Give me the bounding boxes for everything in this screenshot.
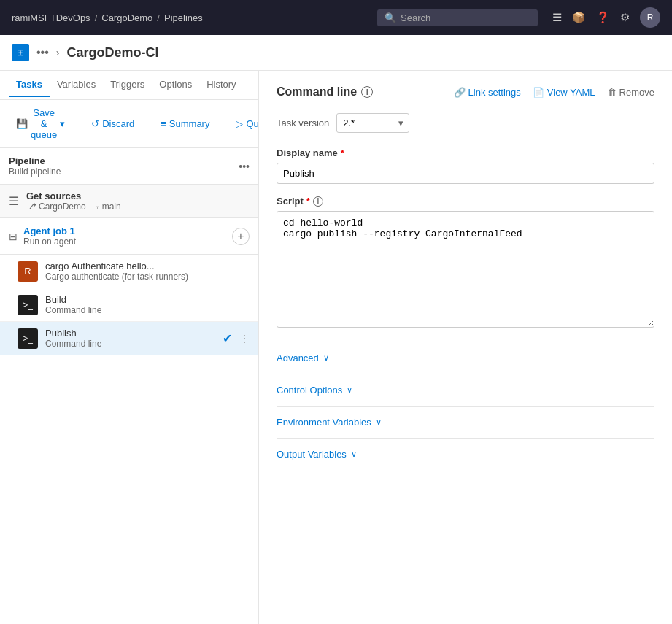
task-version-select-wrapper: 2.* 1.* ▾ — [336, 113, 409, 133]
script-label: Script * i — [277, 196, 654, 207]
branch-icon: ⑂ — [95, 201, 100, 212]
summary-icon: ≡ — [161, 118, 166, 129]
output-variables-header[interactable]: Output Variables ∨ — [277, 449, 654, 460]
breadcrumb: ramiMSFTDevOps / CargoDemo / Pipelines — [12, 12, 371, 23]
tab-bar: Tasks Variables Triggers Options History — [0, 71, 258, 100]
get-sources-row[interactable]: ☰ Get sources ⎇ CargoDemo ⑂ main — [0, 185, 258, 218]
publish-info: Publish Command line — [45, 328, 215, 349]
save-queue-chevron: ▾ — [60, 118, 65, 129]
breadcrumb-sep-1: / — [95, 12, 98, 23]
section-header-row: Command line i 🔗 Link settings 📄 View YA… — [277, 85, 654, 99]
output-variables-label: Output Variables — [277, 449, 347, 460]
agent-job-subtitle: Run on agent — [23, 236, 226, 247]
tab-options[interactable]: Options — [152, 73, 199, 97]
toolbar: 💾 Save & queue ▾ ↺ Discard ≡ Summary ▷ Q… — [0, 100, 258, 148]
remove-link[interactable]: 🗑 Remove — [607, 87, 654, 98]
remove-label: Remove — [619, 87, 654, 98]
pipeline-icon-symbol: ⊞ — [17, 47, 24, 58]
pipeline-more-button[interactable]: ••• — [239, 161, 250, 172]
view-yaml-label: View YAML — [547, 87, 595, 98]
section-title: Command line i — [277, 85, 373, 99]
page-title: CargoDemo-CI — [66, 45, 158, 61]
display-name-input[interactable] — [277, 163, 654, 184]
publish-more-button[interactable]: ⋮ — [239, 333, 250, 344]
publish-icon: >_ — [18, 328, 38, 349]
link-settings-label: Link settings — [468, 87, 521, 98]
cargo-auth-subtitle: Cargo authenticate (for task runners) — [45, 271, 250, 282]
tab-history[interactable]: History — [199, 73, 243, 97]
page-header-more[interactable]: ••• — [36, 46, 49, 59]
task-item-publish[interactable]: >_ Publish Command line ✔ ⋮ — [0, 322, 258, 355]
queue-label: Queue — [246, 118, 259, 129]
link-settings-link[interactable]: 🔗 Link settings — [454, 87, 521, 98]
avatar[interactable]: R — [640, 7, 660, 28]
task-version-select[interactable]: 2.* 1.* — [336, 113, 409, 133]
left-panel: Tasks Variables Triggers Options History… — [0, 71, 259, 624]
top-navigation: ramiMSFTDevOps / CargoDemo / Pipelines 🔍… — [0, 0, 672, 35]
discard-icon: ↺ — [91, 118, 99, 129]
summary-button[interactable]: ≡ Summary — [153, 115, 217, 132]
breadcrumb-org[interactable]: ramiMSFTDevOps — [12, 12, 90, 23]
settings-icon[interactable]: ⚙ — [620, 11, 630, 24]
output-variables-section: Output Variables ∨ — [277, 438, 654, 470]
agent-job-info: Agent job 1 Run on agent — [23, 226, 226, 247]
view-yaml-link[interactable]: 📄 View YAML — [533, 87, 595, 98]
right-panel: Command line i 🔗 Link settings 📄 View YA… — [259, 71, 672, 624]
script-group: Script * i — [277, 196, 654, 330]
environment-variables-header[interactable]: Environment Variables ∨ — [277, 417, 654, 428]
discard-label: Discard — [102, 118, 134, 129]
search-box[interactable]: 🔍 — [377, 9, 538, 26]
pipeline-subtitle: Build pipeline — [9, 166, 61, 177]
link-settings-icon: 🔗 — [454, 87, 466, 98]
save-queue-button[interactable]: 💾 Save & queue ▾ — [9, 104, 72, 143]
control-options-header[interactable]: Control Options ∨ — [277, 385, 654, 396]
tab-tasks[interactable]: Tasks — [9, 73, 50, 97]
advanced-header[interactable]: Advanced ∨ — [277, 353, 654, 363]
environment-variables-chevron-icon: ∨ — [376, 417, 382, 427]
build-icon: >_ — [18, 295, 38, 315]
list-icon[interactable]: ☰ — [552, 11, 562, 24]
script-required: * — [306, 196, 310, 207]
search-input[interactable] — [401, 12, 530, 23]
task-item-build[interactable]: >_ Build Command line — [0, 288, 258, 322]
environment-variables-section: Environment Variables ∨ — [277, 406, 654, 438]
display-name-required: * — [341, 147, 344, 158]
agent-job-title[interactable]: Agent job 1 — [23, 226, 226, 236]
page-header: ⊞ ••• › CargoDemo-CI — [0, 35, 672, 71]
publish-check-icon: ✔ — [223, 331, 232, 345]
breadcrumb-pipelines[interactable]: Pipelines — [164, 12, 203, 23]
add-task-button[interactable]: + — [232, 228, 250, 245]
tab-triggers[interactable]: Triggers — [103, 73, 152, 97]
tab-variables[interactable]: Variables — [50, 73, 103, 97]
advanced-label: Advanced — [277, 353, 319, 363]
cargo-auth-icon: R — [18, 261, 38, 282]
breadcrumb-project[interactable]: CargoDemo — [101, 12, 152, 23]
remove-icon: 🗑 — [607, 87, 617, 98]
discard-button[interactable]: ↺ Discard — [84, 115, 142, 132]
search-icon: 🔍 — [385, 12, 396, 23]
build-subtitle: Command line — [45, 305, 250, 315]
section-info-icon[interactable]: i — [361, 86, 373, 98]
help-icon[interactable]: ❓ — [596, 11, 610, 24]
build-title: Build — [45, 294, 250, 305]
script-textarea[interactable] — [277, 211, 654, 328]
view-yaml-icon: 📄 — [533, 87, 544, 98]
cargo-auth-info: cargo Authenticate hello... Cargo authen… — [45, 261, 250, 282]
nav-icons: ☰ 📦 ❓ ⚙ R — [552, 7, 660, 28]
section-actions: 🔗 Link settings 📄 View YAML 🗑 Remove — [454, 87, 654, 98]
publish-title: Publish — [45, 328, 215, 339]
get-sources-repo: ⎇ CargoDemo — [26, 201, 86, 212]
main-layout: Tasks Variables Triggers Options History… — [0, 71, 672, 624]
pipeline-title: Pipeline — [9, 155, 61, 166]
get-sources-icon: ☰ — [9, 194, 19, 208]
get-sources-info: Get sources ⎇ CargoDemo ⑂ main — [26, 190, 250, 212]
task-item-cargo-auth[interactable]: R cargo Authenticate hello... Cargo auth… — [0, 255, 258, 288]
script-info-icon[interactable]: i — [313, 196, 323, 207]
pipeline-section: Pipeline Build pipeline ••• — [0, 148, 258, 185]
task-version-label: Task version — [277, 118, 329, 128]
queue-button[interactable]: ▷ Queue — [228, 115, 259, 132]
package-icon[interactable]: 📦 — [572, 11, 586, 24]
display-name-label: Display name * — [277, 147, 654, 158]
save-queue-label: Save & queue — [31, 107, 57, 140]
get-sources-title: Get sources — [26, 190, 250, 201]
